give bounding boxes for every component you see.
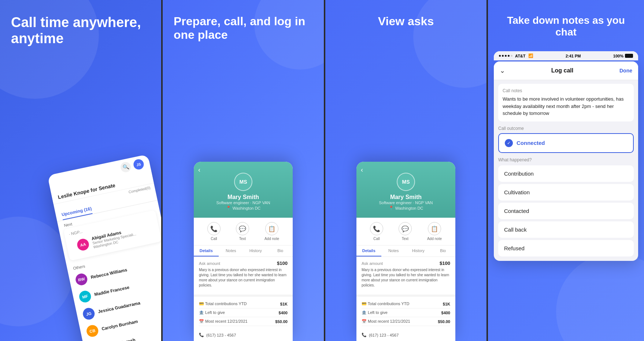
stat-value-left: $400: [279, 311, 288, 315]
stat-row-contributions: 💳 Total contributions YTD $1K: [199, 300, 288, 308]
tab-history[interactable]: History: [243, 246, 268, 256]
call-action-3[interactable]: 📞 Call: [370, 222, 383, 241]
contact-name-jg: Jessica Guadarrama: [97, 300, 141, 314]
stat-row-contributions-3: 💳 Total contributions YTD $1K: [362, 300, 450, 308]
call-icon-3: 📞: [370, 222, 383, 235]
call-notes-text[interactable]: Wants to be more involved in volunteer o…: [503, 95, 629, 117]
stat-row-left-3: 🏦 Left to give $400: [362, 308, 450, 317]
phone-number-row: 📞 (617) 123 - 4567: [194, 329, 293, 341]
carrier-name: AT&T: [515, 54, 526, 58]
phone-icon-3: 📞: [362, 333, 367, 337]
log-call-panel: ⌄ Log call Done Call notes Wants to be m…: [494, 61, 638, 261]
section-take-notes: Take down notes as you chat AT&T 📶 2:41 …: [488, 0, 644, 341]
chevron-down-icon[interactable]: ⌄: [500, 67, 505, 75]
avatar-cb: CB: [85, 324, 99, 338]
ask-amount-label-3: Ask amount: [362, 261, 383, 266]
connected-option[interactable]: ✓ Connected: [498, 133, 634, 153]
contact-name-rw: Rebecca Williams: [90, 267, 127, 280]
back-button[interactable]: ‹: [198, 166, 200, 174]
profile-role: Software engineer · NGP VAN: [200, 201, 287, 205]
stats-section: 💳 Total contributions YTD $1K 🏦 Left to …: [194, 295, 293, 329]
avatar-rw: RW: [74, 273, 88, 286]
profile-name: Mary Smith: [200, 194, 287, 201]
location-icon: 📍: [226, 206, 231, 210]
phone-number-row-3: 📞 (617) 123 - 4567: [356, 329, 455, 341]
outcome-contacted[interactable]: Contacted: [498, 203, 634, 219]
location-icon-3: 📍: [389, 206, 394, 210]
section-view-asks: View asks ‹ MS Mary Smith Software engin…: [325, 0, 486, 341]
profile-header: ‹ MS Mary Smith Software engineer · NGP …: [194, 162, 293, 218]
detail-tabs-3: Details Notes History Bio: [356, 246, 455, 257]
done-button[interactable]: Done: [619, 68, 632, 74]
action-row-3: 📞 Call 💬 Text 📋 Add note: [356, 218, 455, 246]
text-label: Text: [239, 237, 246, 241]
ask-section-3: Ask amount $100 Mary is a previous donor…: [356, 257, 455, 295]
stat-value-recent-3: $50.00: [438, 319, 450, 324]
tab-bio-3[interactable]: Bio: [431, 246, 456, 256]
outcome-contribution[interactable]: Contribution: [498, 165, 634, 182]
ask-amount-row: Ask amount $100: [199, 261, 288, 266]
add-note-label: Add note: [264, 237, 279, 241]
tab-notes[interactable]: Notes: [219, 246, 244, 256]
add-note-action-3[interactable]: 📋 Add note: [427, 222, 442, 241]
contact-avatar-aa: AA: [76, 238, 90, 252]
contact-name-cb: Carolyn Burnham: [101, 319, 138, 331]
contact-avatar-ms3: MS: [397, 173, 415, 191]
stat-value-left-3: $400: [441, 311, 450, 315]
tab-bio[interactable]: Bio: [268, 246, 293, 256]
stat-row-left: 🏦 Left to give $400: [199, 308, 288, 317]
outcome-callback[interactable]: Call back: [498, 221, 634, 238]
status-bar: AT&T 📶 2:41 PM 100%: [494, 51, 638, 60]
tab-notes-3[interactable]: Notes: [381, 246, 406, 256]
contact-name-mf: Maddie Francese: [94, 285, 130, 297]
tab-history-3[interactable]: History: [406, 246, 431, 256]
battery-section: 100%: [613, 54, 633, 58]
stat-row-recent-3: 📅 Most recent 12/21/2021 $50.00: [362, 317, 450, 326]
connected-check-icon: ✓: [505, 139, 513, 147]
phone-section-2: ‹ MS Mary Smith Software engineer · NGP …: [194, 162, 293, 341]
text-action-3[interactable]: 💬 Text: [399, 222, 412, 241]
text-icon: 💬: [236, 222, 249, 235]
stat-value-contributions: $1K: [280, 302, 288, 306]
battery-icon: [625, 54, 633, 58]
ask-amount-row-3: Ask amount $100: [362, 261, 450, 266]
section-prepare-call: Prepare, call, and log in one place ‹ MS…: [163, 0, 324, 341]
section-3-title: View asks: [336, 15, 475, 28]
stat-row-recent: 📅 Most recent 12/21/2021 $50.00: [199, 317, 288, 326]
note-icon-3: 📋: [428, 222, 441, 235]
battery-label: 100%: [613, 54, 623, 58]
section-1-title: Call time anywhere, anytime: [11, 15, 150, 46]
contact-avatar-ms: MS: [234, 173, 252, 191]
ask-section: Ask amount $100 Mary is a previous donor…: [194, 257, 293, 295]
user-badge[interactable]: JS: [133, 158, 145, 170]
stat-label-left: 🏦 Left to give: [199, 310, 225, 315]
ask-description: Mary is a previous donor who expressed i…: [199, 267, 288, 288]
text-action[interactable]: 💬 Text: [236, 222, 249, 241]
text-icon-3: 💬: [399, 222, 412, 235]
search-icon[interactable]: 🔍: [120, 161, 132, 173]
carrier-dots: AT&T 📶: [499, 53, 533, 58]
text-label-3: Text: [402, 237, 408, 241]
profile-location: 📍 Washington DC: [200, 206, 287, 210]
outcome-refused[interactable]: Refused: [498, 240, 634, 256]
wifi-icon: 📶: [528, 53, 533, 58]
log-call-title: Log call: [551, 67, 573, 74]
call-action[interactable]: 📞 Call: [207, 222, 221, 241]
stat-label-recent-3: 📅 Most recent 12/21/2021: [362, 319, 410, 324]
back-button-3[interactable]: ‹: [361, 166, 363, 174]
call-outcome-label: Call outcome: [494, 121, 638, 133]
outcome-cultivation[interactable]: Cultivation: [498, 184, 634, 201]
stat-label-contributions-3: 💳 Total contributions YTD: [362, 301, 409, 306]
stat-label-recent: 📅 Most recent 12/21/2021: [199, 319, 248, 324]
status-time: 2:41 PM: [566, 54, 581, 58]
log-call-header: ⌄ Log call Done: [494, 61, 638, 80]
tab-details-3[interactable]: Details: [356, 246, 381, 256]
stats-section-3: 💳 Total contributions YTD $1K 🏦 Left to …: [356, 295, 455, 329]
stat-label-contributions: 💳 Total contributions YTD: [199, 301, 247, 306]
tab-details[interactable]: Details: [194, 246, 219, 256]
phone-icon: 📞: [199, 333, 204, 337]
add-note-action[interactable]: 📋 Add note: [264, 222, 279, 241]
profile-header-3: ‹ MS Mary Smith Software engineer · NGP …: [356, 162, 455, 218]
call-notes-label: Call notes: [503, 88, 629, 93]
stat-value-contributions-3: $1K: [443, 302, 450, 306]
